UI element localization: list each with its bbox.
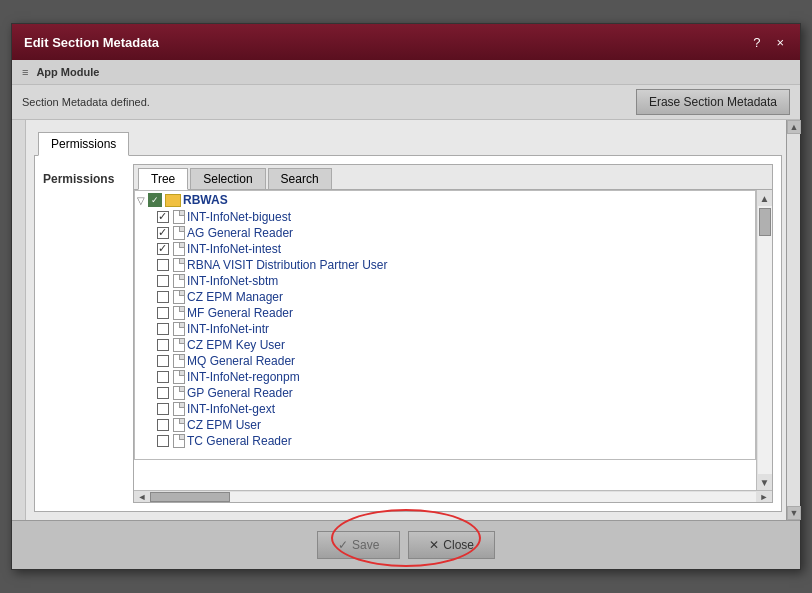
item-link[interactable]: CZ EPM Manager bbox=[187, 290, 283, 304]
list-item[interactable]: CZ EPM User bbox=[135, 417, 755, 433]
title-bar: Edit Section Metadata ? × bbox=[12, 24, 800, 60]
page-icon bbox=[173, 210, 185, 224]
save-checkmark-icon: ✓ bbox=[338, 538, 348, 552]
page-icon bbox=[173, 338, 185, 352]
list-item[interactable]: INT-InfoNet-regonpm bbox=[135, 369, 755, 385]
checkbox-cz-key[interactable] bbox=[157, 339, 169, 351]
checkbox-rbna[interactable] bbox=[157, 259, 169, 271]
checkbox-ag-reader[interactable] bbox=[157, 227, 169, 239]
scroll-left-button[interactable]: ◄ bbox=[134, 491, 150, 503]
checkbox-int-gext[interactable] bbox=[157, 403, 169, 415]
close-label: Close bbox=[443, 538, 474, 552]
tab-search[interactable]: Search bbox=[268, 168, 332, 189]
page-icon bbox=[173, 354, 185, 368]
bottom-bar: ✓ Save ✕ Close bbox=[12, 520, 800, 569]
item-link[interactable]: RBNA VISIT Distribution Partner User bbox=[187, 258, 388, 272]
checkbox-int-intest[interactable] bbox=[157, 243, 169, 255]
outer-scroll-up[interactable]: ▲ bbox=[787, 120, 801, 134]
section-meta-text: Section Metadata defined. bbox=[22, 96, 150, 108]
page-icon bbox=[173, 274, 185, 288]
save-label: Save bbox=[352, 538, 379, 552]
root-check-icon: ✓ bbox=[148, 193, 162, 207]
section-bar: Section Metadata defined. Erase Section … bbox=[12, 85, 800, 120]
list-item[interactable]: AG General Reader bbox=[135, 225, 755, 241]
checkbox-tc-reader[interactable] bbox=[157, 435, 169, 447]
h-scroll-track[interactable] bbox=[150, 492, 756, 502]
item-link[interactable]: INT-InfoNet-regonpm bbox=[187, 370, 300, 384]
item-link[interactable]: TC General Reader bbox=[187, 434, 292, 448]
erase-section-metadata-button[interactable]: Erase Section Metadata bbox=[636, 89, 790, 115]
close-dialog-button[interactable]: × bbox=[772, 33, 788, 52]
list-item[interactable]: INT-InfoNet-intr bbox=[135, 321, 755, 337]
close-button[interactable]: ✕ Close bbox=[408, 531, 495, 559]
tab-permissions[interactable]: Permissions bbox=[38, 132, 129, 156]
item-link[interactable]: INT-InfoNet-gext bbox=[187, 402, 275, 416]
page-icon bbox=[173, 322, 185, 336]
list-item[interactable]: INT-InfoNet-gext bbox=[135, 401, 755, 417]
page-icon bbox=[173, 370, 185, 384]
expand-icon: ▽ bbox=[137, 195, 145, 206]
list-item[interactable]: MQ General Reader bbox=[135, 353, 755, 369]
page-icon bbox=[173, 258, 185, 272]
tab-tree[interactable]: Tree bbox=[138, 168, 188, 190]
checkbox-int-regonpm[interactable] bbox=[157, 371, 169, 383]
item-link[interactable]: MQ General Reader bbox=[187, 354, 295, 368]
app-module-label: App Module bbox=[36, 66, 99, 78]
h-scroll-thumb[interactable] bbox=[150, 492, 230, 502]
checkbox-int-biguest[interactable] bbox=[157, 211, 169, 223]
page-icon bbox=[173, 402, 185, 416]
checkbox-cz-epm-user[interactable] bbox=[157, 419, 169, 431]
scroll-right-button[interactable]: ► bbox=[756, 491, 772, 503]
list-item[interactable]: CZ EPM Key User bbox=[135, 337, 755, 353]
list-item[interactable]: GP General Reader bbox=[135, 385, 755, 401]
list-item[interactable]: INT-InfoNet-sbtm bbox=[135, 273, 755, 289]
tree-vertical-scrollbar[interactable]: ▲ ▼ bbox=[756, 190, 772, 490]
save-button[interactable]: ✓ Save bbox=[317, 531, 400, 559]
dialog-title: Edit Section Metadata bbox=[24, 35, 159, 50]
item-link[interactable]: CZ EPM User bbox=[187, 418, 261, 432]
rbwas-folder-icon bbox=[165, 194, 181, 207]
item-link[interactable]: INT-InfoNet-intest bbox=[187, 242, 281, 256]
list-item[interactable]: INT-InfoNet-intest bbox=[135, 241, 755, 257]
list-item[interactable]: CZ EPM Manager bbox=[135, 289, 755, 305]
list-item[interactable]: INT-InfoNet-biguest bbox=[135, 209, 755, 225]
tree-root-item[interactable]: ▽ ✓ RBWAS bbox=[135, 191, 755, 209]
checkbox-mf-reader[interactable] bbox=[157, 307, 169, 319]
item-link[interactable]: GP General Reader bbox=[187, 386, 293, 400]
left-panel: Permissions bbox=[43, 164, 133, 503]
tree-tab-bar: Tree Selection Search bbox=[134, 165, 772, 190]
close-x-icon: ✕ bbox=[429, 538, 439, 552]
scroll-thumb[interactable] bbox=[759, 208, 771, 236]
help-button[interactable]: ? bbox=[749, 33, 764, 52]
checkbox-int-sbtm[interactable] bbox=[157, 275, 169, 287]
scroll-up-button[interactable]: ▲ bbox=[757, 190, 773, 206]
item-link[interactable]: CZ EPM Key User bbox=[187, 338, 285, 352]
rbwas-link[interactable]: RBWAS bbox=[183, 193, 228, 207]
page-icon bbox=[173, 242, 185, 256]
scroll-down-button[interactable]: ▼ bbox=[757, 474, 773, 490]
checkbox-int-intr[interactable] bbox=[157, 323, 169, 335]
list-item[interactable]: MF General Reader bbox=[135, 305, 755, 321]
tree-horizontal-scrollbar[interactable]: ◄ ► bbox=[134, 490, 772, 502]
page-icon bbox=[173, 434, 185, 448]
item-link[interactable]: INT-InfoNet-intr bbox=[187, 322, 269, 336]
list-item[interactable]: TC General Reader bbox=[135, 433, 755, 449]
item-link[interactable]: MF General Reader bbox=[187, 306, 293, 320]
page-icon bbox=[173, 226, 185, 240]
item-link[interactable]: INT-InfoNet-biguest bbox=[187, 210, 291, 224]
item-link[interactable]: AG General Reader bbox=[187, 226, 293, 240]
outer-scroll-track bbox=[787, 134, 800, 506]
page-icon bbox=[173, 306, 185, 320]
tab-selection[interactable]: Selection bbox=[190, 168, 265, 189]
title-bar-controls: ? × bbox=[749, 33, 788, 52]
checkbox-mq-reader[interactable] bbox=[157, 355, 169, 367]
item-link[interactable]: INT-InfoNet-sbtm bbox=[187, 274, 278, 288]
page-icon bbox=[173, 386, 185, 400]
list-item[interactable]: RBNA VISIT Distribution Partner User bbox=[135, 257, 755, 273]
outer-scroll-down[interactable]: ▼ bbox=[787, 506, 801, 520]
outer-vertical-scrollbar[interactable]: ▲ ▼ bbox=[786, 120, 800, 520]
checkbox-gp-reader[interactable] bbox=[157, 387, 169, 399]
tree-scroll-area[interactable]: ▽ ✓ RBWAS INT-InfoNet-biguest bbox=[134, 190, 756, 460]
page-icon bbox=[173, 290, 185, 304]
checkbox-cz-epm-mgr[interactable] bbox=[157, 291, 169, 303]
